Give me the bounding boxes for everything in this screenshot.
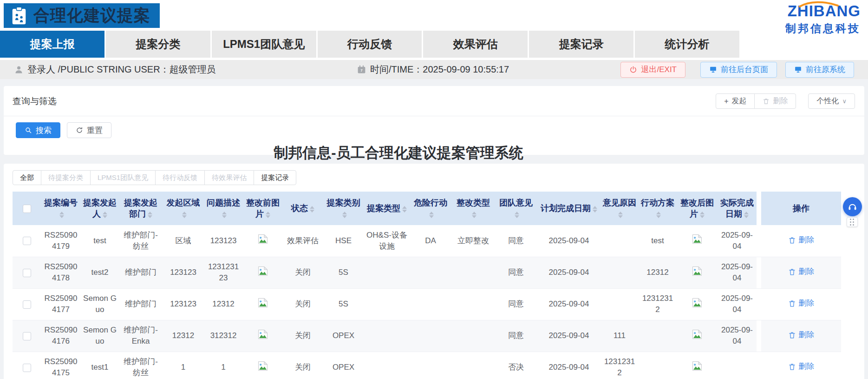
image-placeholder-icon[interactable]	[692, 329, 703, 340]
brand-logo: ZHIBANG 制邦信息科技	[785, 2, 861, 36]
tab-proposal-classify[interactable]: 提案分类	[106, 31, 210, 58]
filter-lpms1-team-opinion[interactable]: LPMS1团队意见	[90, 170, 156, 185]
column-header[interactable]: 整改前图片	[242, 192, 283, 225]
cell-category: 5S	[322, 257, 365, 288]
table-row: RS250904175 test1 维护部门-纺丝 1 1 关闭 OPEX 否决…	[13, 352, 841, 379]
tab-lpms1-team-opinion[interactable]: LPMS1团队意见	[212, 31, 316, 58]
cell-proposer: test2	[80, 257, 119, 288]
column-header[interactable]: 提案发起人	[80, 192, 119, 225]
column-header-ops: 操作	[761, 192, 841, 225]
cell-img-after	[677, 288, 718, 320]
sort-carets-icon[interactable]	[515, 212, 519, 218]
cell-team-opinion: 同意	[495, 257, 537, 288]
image-placeholder-icon[interactable]	[257, 329, 268, 340]
sort-carets-icon[interactable]	[342, 212, 347, 218]
sort-carets-icon[interactable]	[222, 212, 227, 218]
exit-button[interactable]: 退出/EXIT	[620, 62, 685, 78]
column-header[interactable]: 整改类型	[452, 192, 495, 225]
sort-carets-icon[interactable]	[744, 212, 749, 218]
column-header[interactable]: 危险行动	[409, 192, 452, 225]
tab-statistics[interactable]: 统计分析	[635, 31, 739, 58]
sort-carets-icon[interactable]	[148, 212, 152, 218]
column-header[interactable]: 状态	[283, 192, 322, 225]
filter-pending-action-feedback[interactable]: 待行动反馈	[155, 170, 205, 185]
image-placeholder-icon[interactable]	[257, 360, 268, 372]
goto-origin-system-button[interactable]: 前往原系统	[785, 62, 854, 78]
tab-proposal-record[interactable]: 提案记录	[529, 31, 633, 58]
cell-danger	[409, 320, 452, 352]
tab-effect-evaluation[interactable]: 效果评估	[423, 31, 528, 58]
search-button[interactable]: 搜索	[16, 122, 60, 138]
cell-plan-date: 2025-09-04	[537, 225, 600, 257]
image-placeholder-icon[interactable]	[692, 360, 703, 372]
cell-img-before	[242, 352, 283, 379]
column-header[interactable]: 意见原因	[600, 192, 639, 225]
delete-row-button[interactable]: 删除	[788, 234, 815, 246]
image-placeholder-icon[interactable]	[692, 266, 703, 277]
delete-row-button[interactable]: 删除	[788, 361, 815, 372]
image-placeholder-icon[interactable]	[692, 297, 703, 308]
table-row: RS250904179 test 维护部门-纺丝 区域 123123 效果评估 …	[13, 225, 841, 257]
tab-proposal-report[interactable]: 提案上报	[0, 31, 104, 58]
image-placeholder-icon[interactable]	[257, 233, 268, 245]
cell-ops: 删除	[761, 288, 841, 320]
cell-status: 效果评估	[283, 225, 322, 257]
delete-button[interactable]: 删除	[754, 93, 796, 109]
cell-action-plan	[639, 352, 677, 379]
row-checkbox[interactable]	[23, 332, 31, 340]
column-header[interactable]: 提案发起部门	[119, 192, 162, 225]
sort-carets-icon[interactable]	[593, 206, 597, 213]
drag-dots-icon[interactable]	[847, 217, 858, 227]
image-placeholder-icon[interactable]	[692, 233, 703, 245]
sort-carets-icon[interactable]	[402, 206, 407, 213]
reset-button[interactable]: 重置	[67, 122, 111, 138]
delete-row-button[interactable]: 删除	[788, 298, 815, 309]
delete-row-button[interactable]: 删除	[788, 329, 815, 340]
sort-carets-icon[interactable]	[103, 212, 107, 218]
image-placeholder-icon[interactable]	[257, 297, 268, 308]
filter-proposal-record[interactable]: 提案记录	[254, 170, 296, 185]
sort-carets-icon[interactable]	[310, 206, 314, 213]
sort-carets-icon[interactable]	[700, 212, 705, 218]
column-header[interactable]: 发起区域	[162, 192, 204, 225]
column-header[interactable]: 提案类型	[365, 192, 409, 225]
column-header[interactable]: 计划完成日期	[537, 192, 600, 225]
fixed-column-gap	[757, 288, 761, 320]
delete-row-button[interactable]: 删除	[788, 266, 815, 277]
goto-backend-button[interactable]: 前往后台页面	[700, 62, 777, 78]
row-checkbox[interactable]	[23, 300, 31, 309]
column-header[interactable]: 问题描述	[204, 192, 242, 225]
login-user-info: 登录人 /PUBLIC STRING USER： 超级管理员	[14, 63, 357, 76]
cell-actual-date	[718, 352, 757, 379]
filter-all[interactable]: 全部	[13, 170, 41, 185]
column-header[interactable]: 实际完成日期	[718, 192, 757, 225]
cell-ops: 删除	[761, 320, 841, 352]
image-placeholder-icon[interactable]	[257, 266, 268, 277]
sort-carets-icon[interactable]	[429, 212, 434, 218]
column-header[interactable]: 整改后图片	[677, 192, 718, 225]
cell-dept: 维护部门	[119, 257, 162, 288]
filter-pending-effect-eval[interactable]: 待效果评估	[204, 170, 254, 185]
cell-plan-date: 2025-09-04	[537, 257, 600, 288]
cell-checkbox	[13, 257, 41, 288]
column-header[interactable]: 行动方案	[639, 192, 677, 225]
row-checkbox[interactable]	[23, 237, 31, 245]
assistant-float-button[interactable]	[843, 197, 862, 216]
row-checkbox[interactable]	[23, 364, 31, 372]
personalize-dropdown[interactable]: 个性化 ∨	[808, 93, 855, 109]
sort-carets-icon[interactable]	[618, 212, 623, 218]
sort-carets-icon[interactable]	[656, 212, 661, 218]
tab-action-feedback[interactable]: 行动反馈	[318, 31, 422, 58]
column-header[interactable]: 提案类别	[322, 192, 365, 225]
column-header[interactable]: 团队意见	[495, 192, 537, 225]
sort-carets-icon[interactable]	[59, 212, 64, 218]
row-checkbox[interactable]	[23, 269, 31, 277]
cell-type	[365, 257, 409, 288]
column-header[interactable]: 提案编号	[41, 192, 80, 225]
sort-carets-icon[interactable]	[182, 212, 187, 218]
launch-proposal-button[interactable]: + 发起	[716, 93, 755, 109]
select-all-checkbox[interactable]	[23, 205, 31, 213]
sort-carets-icon[interactable]	[472, 212, 476, 218]
filter-pending-classify[interactable]: 待提案分类	[41, 170, 91, 185]
sort-carets-icon[interactable]	[266, 212, 270, 218]
